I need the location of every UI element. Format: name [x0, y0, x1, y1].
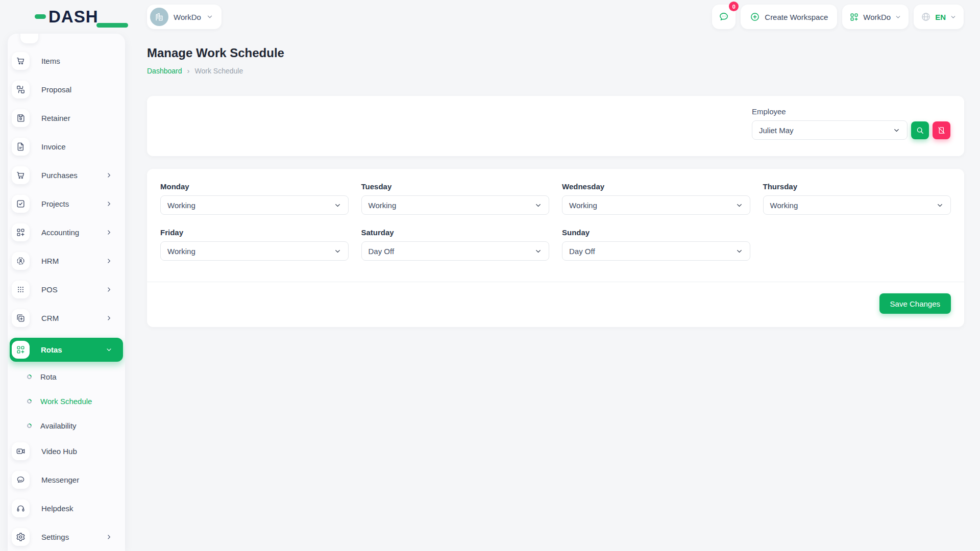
sidebar-item-invoice[interactable]: Invoice	[8, 138, 125, 156]
day-field-sunday: Sunday Day Off	[562, 228, 750, 261]
employee-select[interactable]: Juliet May	[752, 120, 908, 140]
friday-select[interactable]: Working	[160, 241, 349, 261]
chevron-right-icon	[106, 172, 112, 179]
day-field-monday: Monday Working	[160, 182, 349, 215]
sidebar-subitem-availability[interactable]: Availability	[8, 418, 125, 433]
sidebar-item-proposal[interactable]: Proposal	[8, 81, 125, 98]
headset-icon	[12, 499, 30, 517]
chevron-down-icon	[206, 13, 213, 20]
check-square-icon	[12, 195, 30, 213]
day-field-saturday: Saturday Day Off	[361, 228, 550, 261]
topbar-actions: 0 Create Workspace WorkDo EN	[712, 5, 964, 29]
sidebar-item-hrm[interactable]: HRM	[8, 252, 125, 270]
save-changes-button[interactable]: Save Changes	[879, 293, 951, 314]
clipped-menu-tile	[20, 34, 38, 43]
sidebar-item-retainer[interactable]: Retainer	[8, 109, 125, 127]
file-icon	[12, 138, 30, 156]
sidebar-item-rotas[interactable]: Rotas	[10, 338, 123, 362]
create-workspace-label: Create Workspace	[765, 13, 828, 21]
employee-filter-card: Employee Juliet May	[147, 96, 964, 156]
chevron-down-icon	[936, 202, 944, 209]
sidebar-subitem-rota[interactable]: Rota	[8, 369, 125, 384]
user-scan-icon	[12, 252, 30, 270]
monday-select[interactable]: Working	[160, 195, 349, 215]
chevron-down-icon	[893, 127, 900, 134]
saturday-select[interactable]: Day Off	[361, 241, 550, 261]
sidebar: Items Proposal Retainer Invoice Purchase…	[8, 34, 125, 551]
thursday-select[interactable]: Working	[763, 195, 951, 215]
sidebar-item-helpdesk[interactable]: Helpdesk	[8, 499, 125, 517]
sidebar-item-messenger[interactable]: Messenger	[8, 471, 125, 489]
employee-filter-group: Employee Juliet May	[752, 107, 950, 145]
floppy-icon	[12, 109, 30, 127]
reset-filter-button[interactable]	[933, 121, 950, 139]
logo-bar-icon	[96, 23, 128, 28]
sidebar-item-items[interactable]: Items	[8, 52, 125, 70]
chevron-down-icon	[334, 247, 341, 255]
breadcrumb: Dashboard › Work Schedule	[147, 66, 964, 75]
grid-plus-icon	[12, 341, 30, 359]
day-field-friday: Friday Working	[160, 228, 349, 261]
sidebar-item-purchases[interactable]: Purchases	[8, 166, 125, 184]
chevron-down-icon	[534, 247, 542, 255]
day-field-tuesday: Tuesday Working	[361, 182, 550, 215]
chevron-down-icon	[895, 14, 901, 20]
globe-icon	[921, 12, 931, 22]
messages-button[interactable]: 0	[712, 5, 736, 29]
sidebar-item-accounting[interactable]: Accounting	[8, 223, 125, 241]
chevron-right-icon	[106, 315, 112, 321]
ring-icon	[26, 422, 33, 429]
video-camera-icon	[12, 442, 30, 460]
building-icon	[154, 12, 164, 22]
wednesday-select[interactable]: Working	[562, 195, 750, 215]
workspace-name: WorkDo	[174, 13, 201, 21]
chevron-down-icon	[736, 247, 743, 255]
chevron-right-icon	[106, 258, 112, 264]
sidebar-item-video-hub[interactable]: Video Hub	[8, 442, 125, 460]
messages-count-badge: 0	[729, 2, 739, 11]
employee-label: Employee	[752, 107, 950, 116]
sunday-select[interactable]: Day Off	[562, 241, 750, 261]
day-field-wednesday: Wednesday Working	[562, 182, 750, 215]
breadcrumb-dashboard-link[interactable]: Dashboard	[147, 67, 182, 75]
cart-icon	[12, 52, 30, 70]
sidebar-item-pos[interactable]: POS	[8, 281, 125, 298]
workspace-avatar	[150, 8, 168, 26]
workspace-menu-label: WorkDo	[863, 13, 891, 21]
day-field-thursday: Thursday Working	[763, 182, 951, 215]
grid-plus-icon	[12, 223, 30, 241]
workspace-switcher[interactable]: WorkDo	[147, 5, 222, 29]
ring-icon	[26, 373, 33, 380]
page-title: Manage Work Schedule	[147, 46, 964, 60]
chat-bubble-icon	[12, 471, 30, 489]
chat-bubble-icon	[718, 11, 729, 22]
gear-icon	[12, 528, 30, 546]
sidebar-subitem-work-schedule[interactable]: Work Schedule	[8, 393, 125, 409]
employee-filter-row: Juliet May	[752, 120, 950, 140]
logo-text: DASH	[48, 8, 99, 25]
tuesday-select[interactable]: Working	[361, 195, 550, 215]
language-selector[interactable]: EN	[914, 5, 964, 29]
breadcrumb-separator: ›	[187, 66, 190, 75]
chevron-down-icon	[736, 202, 743, 209]
search-button[interactable]	[911, 121, 929, 139]
chevron-right-icon	[106, 201, 112, 207]
sidebar-item-projects[interactable]: Projects	[8, 195, 125, 213]
ring-icon	[26, 398, 33, 405]
search-icon	[916, 126, 924, 135]
workspace-menu-button[interactable]: WorkDo	[842, 5, 909, 29]
chevron-down-icon	[950, 14, 957, 20]
create-workspace-button[interactable]: Create Workspace	[741, 5, 837, 29]
card-footer: Save Changes	[160, 282, 951, 314]
sidebar-item-crm[interactable]: CRM	[8, 309, 125, 327]
cart-icon	[12, 166, 30, 184]
chevron-right-icon	[106, 534, 112, 540]
work-schedule-card: Monday Working Tuesday Working Wednesday…	[147, 169, 964, 327]
plus-circle-icon	[750, 12, 760, 22]
employee-select-value: Juliet May	[759, 126, 794, 135]
sidebar-item-settings[interactable]: Settings	[8, 528, 125, 546]
breadcrumb-current: Work Schedule	[195, 67, 243, 75]
days-grid: Monday Working Tuesday Working Wednesday…	[160, 182, 951, 261]
topbar: DASH WorkDo 0 Create Workspace	[0, 0, 980, 34]
chevron-right-icon	[106, 229, 112, 236]
